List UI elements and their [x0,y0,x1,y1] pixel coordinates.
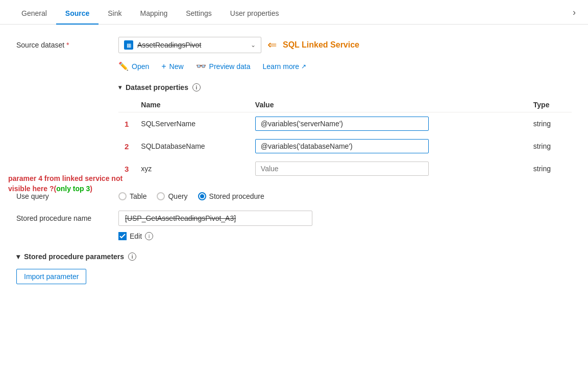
tabs-bar: General Source Sink Mapping Settings Use… [0,0,588,25]
param-type: string [527,157,572,180]
row-number: 1 [118,112,135,135]
tab-mapping[interactable]: Mapping [131,3,177,25]
dataset-value: AssetReadingsPivot [137,41,247,49]
radio-query-circle [157,192,165,200]
tab-sink[interactable]: Sink [99,3,131,25]
action-bar: ✏️ Open + New 👓 Preview data Learn more … [118,61,572,71]
param-value-cell [249,157,527,180]
edit-checkbox[interactable] [118,232,127,240]
import-parameter-button[interactable]: Import parameter [16,269,86,284]
col-value-header: Value [249,98,527,112]
stored-procedure-label: Stored procedure name [16,214,118,222]
linked-service-label: SQL Linked Service [283,40,359,50]
stored-procedure-params-section: ▾ Stored procedure parameters i Import p… [16,252,572,284]
col-num-header [118,98,135,112]
checkmark-icon [119,233,126,239]
tab-source[interactable]: Source [56,3,99,25]
preview-icon: 👓 [196,61,206,71]
tabs-more-icon[interactable]: › [573,1,576,24]
collapse-chevron-icon: ▾ [118,84,121,91]
stored-params-header[interactable]: ▾ Stored procedure parameters i [16,252,572,261]
radio-dot [200,194,204,198]
param-name: xyz [135,157,249,180]
radio-stored-procedure[interactable]: Stored procedure [198,192,264,200]
dataset-dropdown-wrapper: ▦ AssetReadingsPivot ⌄ ⇐ SQL Linked Serv… [118,37,359,53]
param-value-cell [249,112,527,135]
source-dataset-row: Source dataset * ▦ AssetReadingsPivot ⌄ … [16,37,572,53]
param-type: string [527,112,572,135]
table-row: 3xyzstring [118,157,572,180]
tab-general[interactable]: General [12,3,56,25]
new-icon: + [161,62,166,71]
param-value-cell [249,135,527,157]
param-name: SQLServerName [135,112,249,135]
stored-procedure-input[interactable] [118,211,312,226]
dataset-properties-info-icon[interactable]: i [192,83,201,91]
dropdown-chevron-icon: ⌄ [251,41,256,49]
radio-query[interactable]: Query [157,192,187,200]
new-button[interactable]: + New [161,62,183,71]
tab-user-properties[interactable]: User properties [221,3,288,25]
param-type: string [527,135,572,157]
dataset-properties-header[interactable]: ▾ Dataset properties i [118,83,572,91]
row-number: 2 [118,135,135,157]
stored-procedure-name-row: Stored procedure name [16,211,572,226]
edit-label: Edit [130,232,142,240]
table-row: 1SQLServerNamestring [118,112,572,135]
table-row: 2SQLDatabaseNamestring [118,135,572,157]
edit-info-icon[interactable]: i [145,232,153,240]
col-type-header: Type [527,98,572,112]
param-value-input[interactable] [255,162,429,176]
col-name-header: Name [135,98,249,112]
tab-settings[interactable]: Settings [177,3,221,25]
dataset-dropdown[interactable]: ▦ AssetReadingsPivot ⌄ [118,37,261,53]
param-name: SQLDatabaseName [135,135,249,157]
open-button[interactable]: ✏️ Open [118,61,149,71]
preview-data-button[interactable]: 👓 Preview data [196,61,251,71]
stored-params-chevron-icon: ▾ [16,252,20,261]
open-icon: ✏️ [118,61,129,71]
source-dataset-label: Source dataset * [16,41,118,49]
radio-stored-procedure-circle [198,192,206,200]
param-value-input[interactable] [255,139,429,153]
learn-more-link[interactable]: Learn more ↗ [263,62,307,71]
external-link-icon: ↗ [301,63,306,70]
use-query-radio-group: Table Query Stored procedure [118,192,264,200]
param-value-input[interactable] [255,117,429,131]
stored-params-info-icon[interactable]: i [128,252,136,261]
dataset-properties-section: ▾ Dataset properties i Name Value Type 1… [118,83,572,180]
dataset-table: Name Value Type 1SQLServerNamestring2SQL… [118,98,572,180]
annotation: paramer 4 from linked service not visibl… [4,174,137,194]
linked-service-arrow-icon: ⇐ [267,38,277,52]
edit-row: Edit i [118,232,572,240]
sql-icon: ▦ [124,40,133,50]
